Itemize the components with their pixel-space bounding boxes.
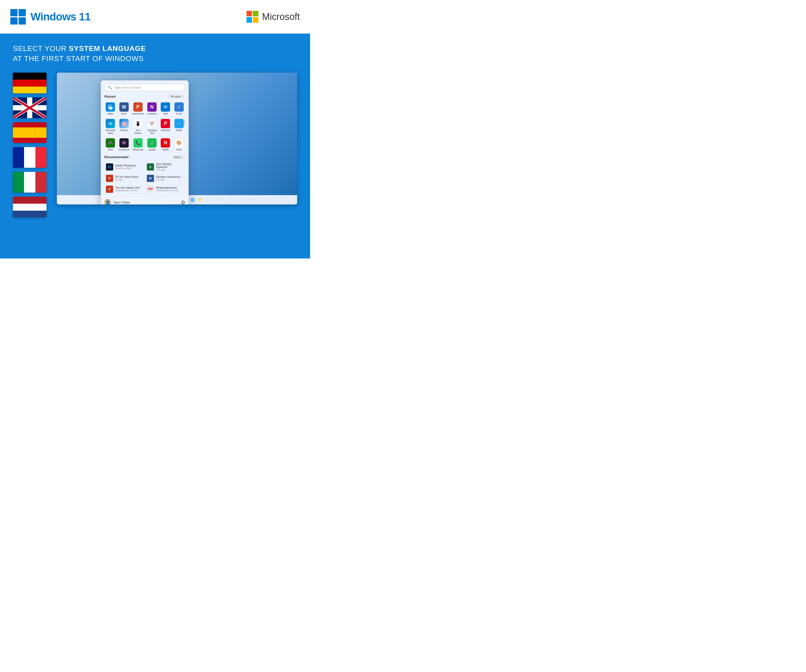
donation-time: 12h ago (156, 178, 180, 181)
windows-logo-area: Windows 11 (10, 9, 91, 25)
app-edge[interactable]: Edge (104, 101, 116, 116)
rec-rental[interactable]: PDF Rental Agreement Yesterday at 1:15 P… (145, 184, 185, 194)
whatsapp-icon: 📞 (133, 138, 143, 148)
headline-line1: SELECT YOUR SYSTEM LANGUAGE (13, 43, 297, 53)
zerowaste-time: Yesterday at 4:24 PM (115, 189, 140, 192)
microsoft-title: Microsoft (262, 12, 300, 22)
expenses-name: 2021 Monthly Expenses (156, 163, 183, 168)
flags-column (13, 71, 46, 258)
app-twitter[interactable]: 🐦 Twitter (173, 118, 185, 136)
mail-label: Mail (164, 112, 168, 115)
header: Windows 11 Microsoft (0, 0, 310, 34)
snipping-icon: ✂️ (147, 119, 157, 128)
donation-icon: W (147, 175, 154, 182)
app-snipping[interactable]: ✂️ Snipping Tool (146, 118, 158, 136)
search-bar[interactable]: 🔍 Type here to search (104, 84, 185, 91)
twitter-label: Twitter (176, 129, 183, 132)
snipping-label: Snipping Tool (147, 129, 157, 135)
diy-icon: P (106, 175, 113, 182)
rental-icon: PDF (147, 186, 154, 193)
onenote-label: OneNote (147, 112, 157, 115)
flag-english[interactable] (13, 97, 46, 118)
todo-label: To Do (176, 112, 182, 115)
windows-title: Windows 11 (30, 11, 91, 23)
recommended-label: Recommended (104, 155, 129, 159)
headline: SELECT YOUR SYSTEM LANGUAGE AT THE FIRST… (0, 34, 310, 69)
spotify-icon: ♪ (147, 138, 157, 148)
rec-photoshop[interactable]: Ps Adobe Photoshop Recently added (104, 162, 144, 172)
windows-logo-icon (10, 9, 26, 25)
netflix-label: Netflix (162, 149, 169, 151)
app-store[interactable]: 🛍 Microsoft Store (104, 118, 116, 136)
pinned-apps-grid: Edge W Word P (104, 101, 185, 152)
windows-screenshot: 🔍 Type here to search Pinned All apps › (57, 73, 297, 205)
page-dots (184, 121, 185, 125)
app-netflix[interactable]: N Netflix (159, 137, 171, 152)
app-mail[interactable]: ✉ Mail (159, 101, 171, 116)
word-label: Word (121, 112, 127, 115)
pinned-section-header: Pinned All apps › (104, 94, 185, 99)
microsoft-logo-area: Microsoft (246, 11, 300, 23)
flag-dutch[interactable] (13, 197, 46, 217)
zerowaste-icon: P (106, 186, 113, 193)
microsoft-logo-icon (246, 11, 258, 23)
power-button[interactable]: ⏻ (181, 200, 185, 205)
yourphone-icon: 📱 (133, 119, 143, 128)
rental-time: Yesterday at 1:15 PM (156, 189, 178, 192)
app-photos[interactable]: 🌸 Photos (118, 118, 130, 136)
onenote-icon: N (147, 102, 157, 112)
paint-label: Paint (177, 149, 182, 151)
all-apps-button[interactable]: All apps › (168, 94, 185, 99)
expenses-icon: X (147, 163, 154, 170)
among-icon: 👾 (119, 138, 129, 148)
blue-section: SELECT YOUR SYSTEM LANGUAGE AT THE FIRST… (0, 34, 310, 258)
app-xbox[interactable]: 🎮 Xbox (104, 137, 116, 152)
taskbar-edge-icon[interactable]: 🌐 (190, 197, 195, 203)
recommended-section-header: Recommended More › (104, 155, 185, 160)
rec-diy[interactable]: P DIY for Home Decor 2h ago (104, 173, 144, 183)
recommended-list: Ps Adobe Photoshop Recently added X (104, 162, 185, 194)
app-powerpoint[interactable]: P PowerPoint (132, 101, 144, 116)
app-spotify[interactable]: ♪ Spotify (146, 137, 158, 152)
rec-donation[interactable]: W Donation Instructions 12h ago (145, 173, 185, 183)
app-todo[interactable]: ✓ To Do (173, 101, 185, 116)
headline-line2: AT THE FIRST START OF WINDOWS (13, 53, 297, 64)
user-avatar: 👤 (104, 199, 111, 205)
app-yourphone[interactable]: 📱 Your Phone (132, 118, 144, 136)
word-icon: W (119, 102, 129, 112)
app-word[interactable]: W Word (118, 101, 130, 116)
edge-icon (106, 102, 115, 112)
powerpoint-icon: P (133, 102, 143, 112)
start-menu: 🔍 Type here to search Pinned All apps › (101, 80, 189, 205)
xbox-icon: 🎮 (106, 138, 115, 148)
app-whatsapp[interactable]: 📞 WhatsApp (132, 137, 144, 152)
taskbar-file-explorer-icon[interactable]: 📁 (197, 197, 203, 203)
search-icon: 🔍 (108, 86, 112, 89)
flag-german[interactable] (13, 73, 46, 93)
paint-icon: 🎨 (174, 138, 184, 148)
flag-italian[interactable] (13, 172, 46, 193)
diy-time: 2h ago (115, 178, 139, 181)
among-label: Among Us (119, 149, 129, 151)
zerowaste-name: The Zero-Waste Chef (115, 187, 140, 189)
edge-label: Edge (108, 112, 113, 115)
spotify-label: Spotify (148, 149, 155, 151)
pinned-label: Pinned (104, 94, 116, 99)
photoshop-time: Recently added (115, 167, 136, 170)
app-among[interactable]: 👾 Among Us (118, 137, 130, 152)
flag-spanish[interactable] (13, 122, 46, 143)
expenses-time: 17m ago (156, 168, 183, 171)
rec-zerowaste[interactable]: P The Zero-Waste Chef Yesterday at 4:24 … (104, 184, 144, 194)
netflix-icon: N (161, 138, 170, 148)
app-paint[interactable]: 🎨 Paint (173, 137, 185, 152)
rec-expenses[interactable]: X 2021 Monthly Expenses 17m ago (145, 162, 185, 172)
donation-name: Donation Instructions (156, 175, 180, 178)
xbox-label: Xbox (108, 149, 113, 151)
yourphone-label: Your Phone (132, 129, 144, 135)
more-button[interactable]: More › (172, 155, 185, 160)
app-pinterest[interactable]: P Pinterest (159, 118, 171, 136)
flag-french[interactable] (13, 147, 46, 168)
pinterest-icon: P (161, 119, 170, 128)
app-onenote[interactable]: N OneNote (146, 101, 158, 116)
user-bar: 👤 Taylor Philips ⏻ (104, 197, 185, 205)
